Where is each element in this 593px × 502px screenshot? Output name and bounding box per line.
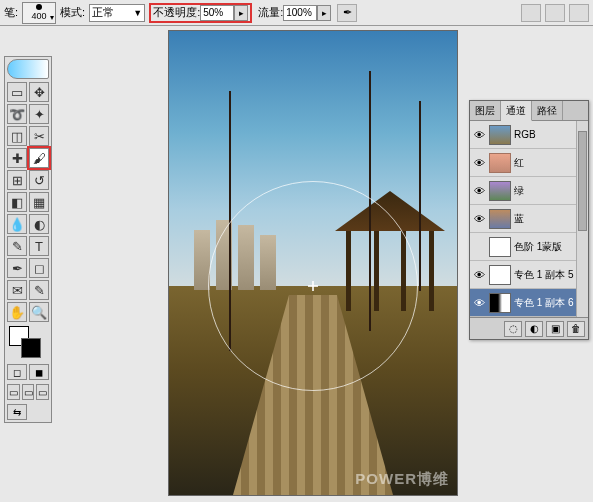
channel-thumb	[489, 125, 511, 145]
brush-preset-picker[interactable]: 400 ▾	[22, 2, 56, 24]
brush-dot-icon	[36, 4, 42, 10]
visibility-eye-icon[interactable]: 👁	[472, 156, 486, 170]
channels-panel: 图层 通道 路径 👁 RGB 👁 红 👁 绿 👁 蓝 色阶 1蒙版	[469, 100, 589, 340]
new-channel-icon[interactable]: ▣	[546, 321, 564, 337]
gradient-tool[interactable]: ▦	[29, 192, 49, 212]
tree-graphic	[419, 101, 421, 291]
opacity-value: 50%	[203, 7, 223, 18]
delete-channel-icon[interactable]: 🗑	[567, 321, 585, 337]
watermark-text: POWER博维	[355, 470, 449, 489]
blur-tool[interactable]: 💧	[7, 214, 27, 234]
flow-input[interactable]: 100%	[283, 5, 317, 21]
background-color[interactable]	[21, 338, 41, 358]
channel-thumb	[489, 181, 511, 201]
visibility-eye-icon[interactable]	[472, 240, 486, 254]
type-tool[interactable]: T	[29, 236, 49, 256]
screen-mode-2-icon[interactable]: ▭	[22, 384, 35, 400]
chevron-down-icon: ▼	[133, 8, 144, 18]
panel-scrollbar[interactable]	[576, 121, 588, 317]
options-right-icons	[521, 4, 589, 22]
channel-row-spot6[interactable]: 👁 专色 1 副本 6	[470, 289, 588, 317]
mode-label: 模式:	[60, 5, 85, 20]
chevron-down-icon: ▾	[50, 13, 54, 22]
visibility-eye-icon[interactable]: 👁	[472, 296, 486, 310]
flow-group: 流量: 100% ▸	[256, 3, 333, 23]
dodge-tool[interactable]: ◐	[29, 214, 49, 234]
channel-thumb	[489, 237, 511, 257]
channel-row-blue[interactable]: 👁 蓝	[470, 205, 588, 233]
color-swatches[interactable]	[7, 326, 49, 360]
slice-tool[interactable]: ✂	[29, 126, 49, 146]
tab-paths[interactable]: 路径	[532, 101, 563, 120]
options-icon[interactable]	[545, 4, 565, 22]
jump-to-icon[interactable]: ⇆	[7, 404, 27, 420]
quickmask-mode-icon[interactable]: ◼	[29, 364, 49, 380]
channel-row-levels-mask[interactable]: 色阶 1蒙版	[470, 233, 588, 261]
notes-tool[interactable]: ✉	[7, 280, 27, 300]
visibility-eye-icon[interactable]: 👁	[472, 128, 486, 142]
opacity-input[interactable]: 50%	[200, 5, 234, 21]
crop-tool[interactable]: ◫	[7, 126, 27, 146]
eraser-tool[interactable]: ◧	[7, 192, 27, 212]
lasso-tool[interactable]: ➰	[7, 104, 27, 124]
flow-value: 100%	[286, 7, 312, 18]
tab-layers[interactable]: 图层	[470, 101, 501, 120]
options-bar: 笔: 400 ▾ 模式: 正常 ▼ 不透明度: 50% ▸ 流量: 100% ▸…	[0, 0, 593, 26]
feather-icon	[7, 59, 49, 79]
channel-thumb	[489, 209, 511, 229]
palette-icon[interactable]	[521, 4, 541, 22]
screen-mode-3-icon[interactable]: ▭	[36, 384, 49, 400]
load-selection-icon[interactable]: ◌	[504, 321, 522, 337]
channel-thumb	[489, 265, 511, 285]
channel-list: 👁 RGB 👁 红 👁 绿 👁 蓝 色阶 1蒙版 👁 专色 1 副本 5	[470, 121, 588, 317]
screen-mode-1-icon[interactable]: ▭	[7, 384, 20, 400]
pen-tool[interactable]: ✒	[7, 258, 27, 278]
channel-thumb	[489, 293, 511, 313]
channel-row-rgb[interactable]: 👁 RGB	[470, 121, 588, 149]
marquee-tool[interactable]: ▭	[7, 82, 27, 102]
history-brush-tool[interactable]: ↺	[29, 170, 49, 190]
flow-label: 流量:	[258, 5, 283, 20]
heal-tool[interactable]: ✚	[7, 148, 27, 168]
scrollbar-thumb[interactable]	[578, 131, 587, 231]
tab-channels[interactable]: 通道	[501, 101, 532, 121]
save-selection-icon[interactable]: ◐	[525, 321, 543, 337]
channel-row-green[interactable]: 👁 绿	[470, 177, 588, 205]
visibility-eye-icon[interactable]: 👁	[472, 212, 486, 226]
channel-thumb	[489, 153, 511, 173]
flow-flyout-button[interactable]: ▸	[317, 5, 331, 21]
toolbox: ▭ ✥ ➰ ✦ ◫ ✂ ✚ 🖌 ⊞ ↺ ◧ ▦ 💧 ◐ ✎ T ✒ ◻ ✉ ✎ …	[4, 56, 52, 423]
shape-tool[interactable]: ◻	[29, 258, 49, 278]
brush-cursor-crosshair	[308, 281, 318, 291]
hand-tool[interactable]: ✋	[7, 302, 27, 322]
channel-row-red[interactable]: 👁 红	[470, 149, 588, 177]
brush-size-value: 400	[32, 11, 47, 21]
opacity-group: 不透明度: 50% ▸	[149, 3, 252, 23]
document-canvas[interactable]: POWER博维	[168, 30, 458, 496]
airbrush-icon[interactable]: ✒	[337, 4, 357, 22]
blend-mode-select[interactable]: 正常 ▼	[89, 4, 145, 22]
zoom-tool[interactable]: 🔍	[29, 302, 49, 322]
wand-tool[interactable]: ✦	[29, 104, 49, 124]
standard-mode-icon[interactable]: ◻	[7, 364, 27, 380]
channel-row-spot5[interactable]: 👁 专色 1 副本 5	[470, 261, 588, 289]
menu-icon[interactable]	[569, 4, 589, 22]
stamp-tool[interactable]: ⊞	[7, 170, 27, 190]
mode-value: 正常	[92, 5, 114, 20]
move-tool[interactable]: ✥	[29, 82, 49, 102]
brush-tool[interactable]: 🖌	[29, 148, 49, 168]
panel-footer: ◌ ◐ ▣ 🗑	[470, 317, 588, 339]
opacity-flyout-button[interactable]: ▸	[234, 5, 248, 21]
brush-label: 笔:	[4, 5, 18, 20]
path-tool[interactable]: ✎	[7, 236, 27, 256]
visibility-eye-icon[interactable]: 👁	[472, 268, 486, 282]
eyedropper-tool[interactable]: ✎	[29, 280, 49, 300]
visibility-eye-icon[interactable]: 👁	[472, 184, 486, 198]
opacity-label: 不透明度:	[153, 5, 200, 20]
panel-tabs: 图层 通道 路径	[470, 101, 588, 121]
